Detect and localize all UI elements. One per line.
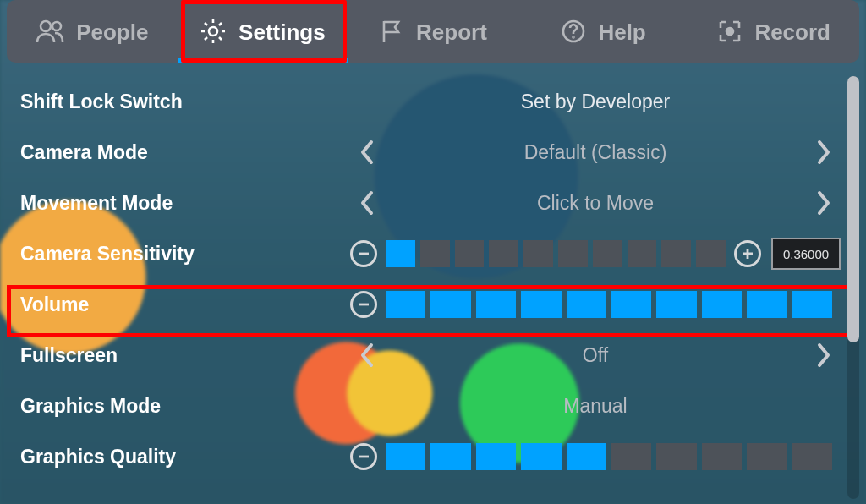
movement-mode-next[interactable] <box>807 189 841 216</box>
sensitivity-slider[interactable] <box>386 240 726 267</box>
slider-segment[interactable] <box>386 443 425 470</box>
slider-segment[interactable] <box>611 291 651 318</box>
fullscreen-next[interactable] <box>807 342 841 369</box>
row-movement-mode: Movement Mode Click to Move <box>0 178 841 228</box>
tab-bar: People Settings Report <box>7 0 859 63</box>
slider-segment[interactable] <box>430 443 470 470</box>
tab-record-label: Record <box>754 19 830 46</box>
slider-segment[interactable] <box>567 291 606 318</box>
camera-mode-next[interactable] <box>807 139 841 166</box>
flag-icon <box>379 19 404 44</box>
svg-point-2 <box>209 27 217 36</box>
svg-point-0 <box>41 21 51 31</box>
slider-segment[interactable] <box>628 240 657 267</box>
slider-segment[interactable] <box>747 443 787 470</box>
graphics-mode-value: Manual <box>384 395 807 418</box>
slider-segment[interactable] <box>567 443 606 470</box>
graphics-quality-slider[interactable] <box>386 443 832 470</box>
slider-segment[interactable] <box>430 291 470 318</box>
row-fullscreen: Fullscreen Off <box>0 330 841 381</box>
slider-segment[interactable] <box>476 291 516 318</box>
svg-point-5 <box>726 28 733 35</box>
slider-segment[interactable] <box>386 291 425 318</box>
tab-record[interactable]: Record <box>688 0 859 63</box>
slider-segment[interactable] <box>593 240 622 267</box>
shift-lock-value: Set by Developer <box>350 90 841 113</box>
fullscreen-value: Off <box>384 344 807 367</box>
help-icon <box>561 19 586 44</box>
sensitivity-decrease[interactable] <box>350 240 377 267</box>
slider-segment[interactable] <box>489 240 518 267</box>
slider-segment[interactable] <box>702 443 742 470</box>
graphics-mode-label: Graphics Mode <box>20 395 350 418</box>
slider-segment[interactable] <box>656 291 696 318</box>
scrollbar[interactable] <box>847 76 859 499</box>
slider-segment[interactable] <box>792 443 832 470</box>
sensitivity-readout[interactable]: 0.36000 <box>771 238 841 270</box>
slider-segment[interactable] <box>455 240 485 267</box>
settings-rows: Shift Lock Switch Set by Developer Camer… <box>0 76 841 504</box>
record-icon <box>717 19 743 44</box>
camera-mode-value: Default (Classic) <box>384 141 807 164</box>
volume-label: Volume <box>20 293 350 316</box>
fullscreen-prev[interactable] <box>350 342 384 369</box>
slider-segment[interactable] <box>521 291 561 318</box>
slider-segment[interactable] <box>476 443 516 470</box>
volume-slider[interactable] <box>386 291 832 318</box>
tab-people-label: People <box>76 19 148 46</box>
slider-segment[interactable] <box>661 240 691 267</box>
camera-mode-prev[interactable] <box>350 139 384 166</box>
slider-segment[interactable] <box>523 240 553 267</box>
people-icon <box>36 19 64 44</box>
row-camera-mode: Camera Mode Default (Classic) <box>0 127 841 178</box>
slider-segment[interactable] <box>420 240 450 267</box>
tab-report[interactable]: Report <box>348 0 518 63</box>
row-volume: Volume <box>0 279 841 330</box>
row-camera-sensitivity: Camera Sensitivity 0.36000 <box>0 228 841 279</box>
fullscreen-label: Fullscreen <box>20 344 350 367</box>
scrollbar-thumb[interactable] <box>847 76 859 342</box>
slider-segment[interactable] <box>792 291 832 318</box>
menu-frame: People Settings Report <box>0 0 866 504</box>
shift-lock-label: Shift Lock Switch <box>20 90 350 113</box>
row-graphics-mode: Graphics Mode Manual <box>0 381 841 431</box>
tab-settings-label: Settings <box>238 19 326 46</box>
movement-mode-prev[interactable] <box>350 189 384 216</box>
slider-segment[interactable] <box>558 240 588 267</box>
slider-segment[interactable] <box>702 291 742 318</box>
camera-mode-label: Camera Mode <box>20 141 350 164</box>
slider-segment[interactable] <box>747 291 787 318</box>
svg-point-4 <box>573 37 574 38</box>
tab-settings[interactable]: Settings <box>178 0 348 63</box>
gear-icon <box>200 18 227 45</box>
svg-point-1 <box>52 22 61 30</box>
graphics-quality-label: Graphics Quality <box>20 446 350 468</box>
tab-people[interactable]: People <box>7 0 178 63</box>
slider-segment[interactable] <box>611 443 651 470</box>
volume-decrease[interactable] <box>350 291 377 318</box>
tab-help[interactable]: Help <box>518 0 689 63</box>
sensitivity-label: Camera Sensitivity <box>20 243 350 266</box>
slider-segment[interactable] <box>696 240 726 267</box>
slider-segment[interactable] <box>521 443 561 470</box>
tab-report-label: Report <box>416 19 487 46</box>
movement-mode-label: Movement Mode <box>20 192 350 215</box>
slider-segment[interactable] <box>386 240 415 267</box>
row-graphics-quality: Graphics Quality <box>0 431 841 482</box>
movement-mode-value: Click to Move <box>384 192 807 215</box>
slider-segment[interactable] <box>656 443 696 470</box>
tab-help-label: Help <box>598 19 645 46</box>
sensitivity-increase[interactable] <box>734 240 761 267</box>
row-shift-lock: Shift Lock Switch Set by Developer <box>0 76 841 127</box>
graphics-quality-decrease[interactable] <box>350 443 377 470</box>
